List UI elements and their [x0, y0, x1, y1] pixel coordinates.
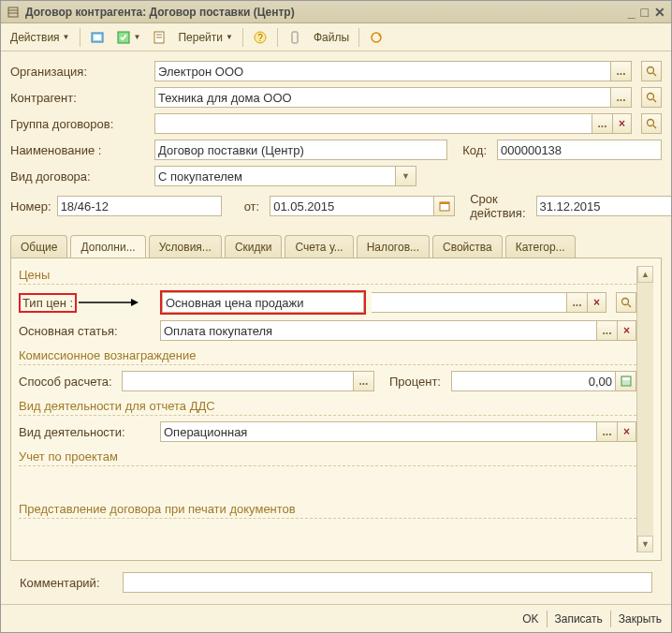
price-type-input-ext[interactable]	[372, 292, 567, 313]
lookup-button[interactable]: ...	[592, 113, 613, 134]
go-label: Перейти	[178, 31, 223, 44]
maximize-button[interactable]: □	[641, 5, 649, 20]
svg-line-15	[653, 99, 656, 102]
files-label: Файлы	[314, 31, 349, 44]
calendar-icon[interactable]	[434, 196, 455, 216]
percent-input[interactable]	[451, 371, 616, 391]
svg-point-14	[648, 94, 654, 100]
price-type-input[interactable]	[162, 292, 364, 313]
group-label: Группа договоров:	[10, 117, 149, 131]
svg-point-23	[622, 299, 629, 305]
name-input[interactable]	[154, 140, 447, 160]
close-window-button[interactable]: ✕	[654, 5, 665, 20]
form-body: Организация: ... Контрагент: ... Группа …	[1, 52, 671, 604]
files-icon[interactable]	[284, 27, 306, 48]
name-label: Наименование :	[10, 143, 149, 157]
lookup-button[interactable]: ...	[611, 87, 632, 108]
lookup-button[interactable]: ...	[567, 292, 588, 313]
separator	[610, 611, 611, 627]
tabs-row: Общие Дополни... Условия... Скидки Счета…	[10, 235, 662, 258]
app-icon	[7, 6, 20, 19]
clear-button[interactable]: ×	[618, 320, 636, 341]
clear-button[interactable]: ×	[588, 292, 606, 313]
kind-input[interactable]	[154, 166, 396, 186]
svg-rect-19	[440, 202, 449, 204]
files-menu[interactable]: Файлы	[310, 27, 353, 48]
number-label: Номер:	[10, 199, 51, 213]
org-label: Организация:	[10, 65, 149, 79]
search-icon[interactable]	[641, 61, 662, 81]
scrollbar[interactable]: ▲ ▼	[636, 266, 653, 552]
commission-header: Комиссионное вознаграждение	[19, 348, 636, 365]
tab-label: Категор...	[516, 241, 565, 254]
chevron-down-icon: ▼	[134, 33, 141, 41]
highlight-box: Тип цен :	[19, 293, 77, 313]
toolbar-icon-3[interactable]	[148, 27, 170, 48]
scroll-up-icon[interactable]: ▲	[637, 266, 653, 283]
comment-input[interactable]	[123, 572, 652, 593]
search-icon[interactable]	[641, 113, 662, 134]
tab-additional[interactable]: Дополни...	[70, 235, 145, 258]
close-button[interactable]: Закрыть	[619, 612, 662, 626]
group-input[interactable]	[154, 113, 592, 134]
clear-button[interactable]: ×	[613, 113, 632, 134]
toolbar-icon-2[interactable]: ▼	[112, 27, 145, 48]
tab-general[interactable]: Общие	[10, 235, 67, 258]
calculator-icon[interactable]	[616, 371, 636, 391]
tab-label: Налогов...	[367, 241, 419, 254]
tab-discounts[interactable]: Скидки	[225, 235, 283, 258]
chevron-down-icon: ▼	[63, 33, 70, 41]
tab-label: Свойства	[443, 241, 492, 254]
svg-line-13	[653, 73, 656, 76]
titlebar: Договор контрагента: Договор поставки (Ц…	[1, 1, 671, 23]
code-input[interactable]	[497, 140, 662, 160]
tab-conditions[interactable]: Условия...	[149, 235, 222, 258]
tab-label: Скидки	[235, 241, 272, 254]
tab-accounts[interactable]: Счета у...	[285, 235, 353, 258]
toolbar-icon-1[interactable]	[86, 27, 109, 48]
tab-label: Счета у...	[295, 241, 343, 254]
search-icon[interactable]	[616, 292, 636, 313]
svg-line-17	[653, 125, 656, 128]
lookup-button[interactable]: ...	[611, 61, 632, 81]
actions-menu[interactable]: Действия ▼	[7, 27, 74, 48]
toolbar-icon-refresh[interactable]	[365, 27, 387, 48]
lookup-button[interactable]: ...	[597, 421, 618, 442]
contractor-input[interactable]	[154, 87, 611, 108]
lookup-button[interactable]: ...	[597, 320, 618, 341]
until-date-input[interactable]	[536, 196, 672, 216]
kind-label: Вид договора:	[10, 169, 149, 184]
calc-method-input[interactable]	[122, 371, 354, 391]
tab-tax[interactable]: Налогов...	[357, 235, 430, 258]
separator	[358, 28, 359, 47]
window: Договор контрагента: Договор поставки (Ц…	[0, 0, 672, 633]
tab-properties[interactable]: Свойства	[432, 235, 503, 258]
tab-categories[interactable]: Категор...	[505, 235, 576, 258]
svg-rect-4	[94, 35, 101, 40]
clear-button[interactable]: ×	[618, 421, 636, 442]
ok-button[interactable]: OK	[522, 612, 538, 626]
activity-label: Вид деятельности:	[19, 425, 154, 439]
scroll-down-icon[interactable]: ▼	[637, 536, 653, 552]
go-menu[interactable]: Перейти ▼	[174, 27, 236, 48]
number-input[interactable]	[57, 196, 222, 216]
code-label: Код:	[453, 143, 491, 157]
svg-line-24	[628, 304, 631, 307]
minimize-button[interactable]: _	[628, 5, 635, 20]
percent-label: Процент:	[380, 375, 446, 389]
from-date-input[interactable]	[270, 196, 434, 216]
until-label: Срок действия:	[460, 192, 530, 220]
chevron-down-icon[interactable]: ▼	[396, 166, 416, 186]
svg-rect-26	[622, 377, 630, 380]
help-button[interactable]: ?	[249, 27, 271, 48]
org-input[interactable]	[154, 61, 611, 81]
prices-header: Цены	[19, 268, 636, 285]
main-item-input[interactable]	[160, 320, 597, 341]
search-icon[interactable]	[641, 87, 662, 108]
from-label: от:	[227, 199, 265, 213]
save-button[interactable]: Записать	[555, 612, 603, 626]
svg-point-16	[648, 120, 654, 126]
chevron-down-icon: ▼	[226, 33, 233, 41]
activity-input[interactable]	[160, 421, 597, 442]
lookup-button[interactable]: ...	[354, 371, 374, 391]
